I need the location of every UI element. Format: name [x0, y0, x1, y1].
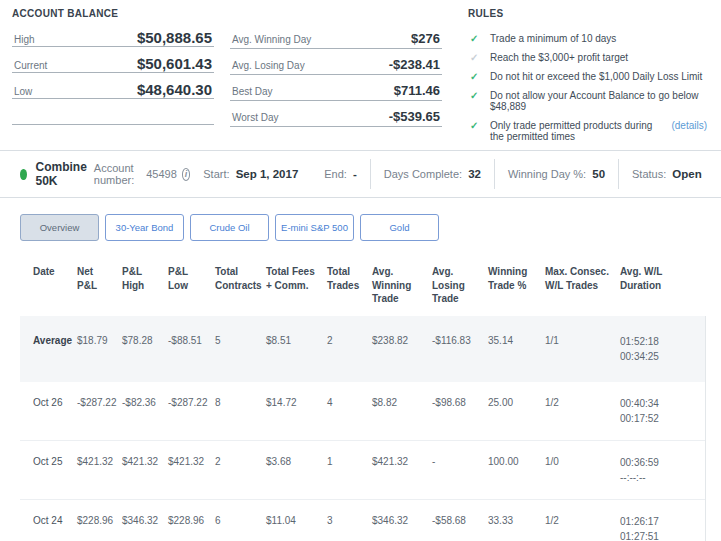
table-row: Average$18.79$78.28-$88.515$8.512$238.82…	[20, 316, 705, 382]
account-number-label: Account number:	[94, 162, 143, 186]
column-header: P&L Low	[168, 265, 215, 306]
cell-win-pct: 35.14	[488, 334, 545, 365]
account-bar: Combine 50K Account number: 45498 i Star…	[0, 151, 721, 197]
bar-stat-winning-day---: Winning Day %: 50	[495, 168, 618, 180]
cell-max-consec: 1/0	[545, 455, 620, 486]
day-stat-value: -$539.65	[389, 109, 440, 124]
column-header: Avg. Losing Trade	[432, 265, 488, 306]
details-link[interactable]: (details)	[671, 120, 707, 131]
divider	[0, 197, 721, 198]
day-stat-value: $711.46	[394, 83, 440, 98]
cell-avg-loss: -$116.83	[432, 334, 488, 365]
rule-text: Do not hit or exceed the $1,000 Daily Lo…	[490, 71, 702, 82]
cell-duration: 01:26:1701:27:51	[620, 514, 705, 541]
account-name: Combine 50K	[36, 160, 87, 188]
rule-item: ✓Do not hit or exceed the $1,000 Daily L…	[468, 71, 707, 82]
duration-win: 00:40:34	[620, 396, 697, 412]
table-row: Oct 25$421.32$421.32$421.322$3.681$421.3…	[20, 441, 705, 500]
table-header-row: DateNet P&LP&L HighP&L LowTotal Contract…	[20, 257, 706, 316]
checkmark-icon: ✓	[468, 33, 490, 44]
cell-max-consec: 1/1	[545, 334, 620, 365]
cell-avg-loss: -$58.68	[432, 514, 488, 541]
duration-loss: 01:27:51	[620, 529, 697, 541]
table-body: Average$18.79$78.28-$88.515$8.512$238.82…	[20, 316, 706, 541]
cell-avg-win: $238.82	[372, 334, 432, 365]
account-bar-stats: Start: Sep 1, 2017End: -Days Complete: 3…	[190, 151, 714, 197]
rule-text: Only trade permitted products during the…	[490, 120, 668, 142]
column-header: Total Contracts	[215, 265, 266, 306]
bar-stat-start-: Start: Sep 1, 2017	[190, 168, 311, 180]
account-balance-rows: High$50,888.65Current$50,601.43Low$48,64…	[12, 21, 214, 125]
rule-item: ✓Reach the $3,000+ profit target	[468, 52, 707, 63]
cell-fees: $14.72	[266, 396, 327, 427]
day-stat-label: Worst Day	[232, 112, 279, 123]
balance-label: Current	[14, 60, 47, 71]
account-status-dot	[20, 169, 27, 180]
cell-date: Oct 26	[33, 396, 77, 427]
cell-net-pnl: $18.79	[77, 334, 122, 365]
cell-date: Average	[33, 334, 77, 365]
column-header: Winning Trade %	[488, 265, 545, 306]
info-icon[interactable]: i	[182, 168, 191, 181]
day-stat-row: Avg. Losing Day-$238.41	[230, 49, 442, 75]
cell-net-pnl: $228.96	[77, 514, 122, 541]
cell-avg-loss: -$98.68	[432, 396, 488, 427]
bar-stat-value: Sep 1, 2017	[236, 168, 299, 180]
cell-pnl-high: $78.28	[122, 334, 168, 365]
duration-win: 01:26:17	[620, 514, 697, 530]
cell-trades: 2	[327, 334, 372, 365]
cell-avg-win: $346.32	[372, 514, 432, 541]
balance-row: Low$48,640.30	[12, 73, 214, 99]
cell-trades: 3	[327, 514, 372, 541]
column-header: Total Fees + Comm.	[266, 265, 327, 306]
cell-pnl-low: -$88.51	[168, 334, 215, 365]
cell-duration: 00:40:3400:17:52	[620, 396, 705, 427]
day-stat-label: Avg. Winning Day	[232, 34, 311, 45]
summary-section: ACCOUNT BALANCE High$50,888.65Current$50…	[0, 0, 721, 150]
checkmark-icon: ✓	[468, 90, 490, 101]
tab-30-year-bond[interactable]: 30-Year Bond	[105, 214, 184, 241]
balance-label: High	[14, 34, 35, 45]
bar-stat-status-: Status: Open	[619, 168, 715, 180]
rules-title: RULES	[468, 8, 707, 19]
rules-list: ✓Trade a minimum of 10 days✓Reach the $3…	[468, 33, 707, 142]
cell-pnl-low: $421.32	[168, 455, 215, 486]
duration-loss: 00:34:25	[620, 349, 697, 365]
cell-duration: 01:52:1800:34:25	[620, 334, 705, 365]
tab-e-mini-s-p-500[interactable]: E-mini S&P 500	[275, 214, 354, 241]
cell-date: Oct 25	[33, 455, 77, 486]
cell-fees: $8.51	[266, 334, 327, 365]
cell-trades: 1	[327, 455, 372, 486]
balance-row-empty	[12, 99, 214, 125]
tab-gold[interactable]: Gold	[360, 214, 439, 241]
day-stats-rows: Avg. Winning Day$276Avg. Losing Day-$238…	[230, 23, 442, 127]
cell-contracts: 8	[215, 396, 266, 427]
balance-row: Current$50,601.43	[12, 47, 214, 73]
checkmark-icon: ✓	[468, 120, 490, 131]
cell-contracts: 6	[215, 514, 266, 541]
day-stat-label: Best Day	[232, 86, 273, 97]
cell-fees: $11.04	[266, 514, 327, 541]
cell-contracts: 5	[215, 334, 266, 365]
rule-text: Trade a minimum of 10 days	[490, 33, 616, 44]
cell-avg-win: $421.32	[372, 455, 432, 486]
cell-max-consec: 1/2	[545, 514, 620, 541]
duration-win: 01:52:18	[620, 334, 697, 350]
bar-stat-end-: End: -	[311, 168, 370, 180]
cell-win-pct: 33.33	[488, 514, 545, 541]
day-stat-row: Avg. Winning Day$276	[230, 23, 442, 49]
cell-date: Oct 24	[33, 514, 77, 541]
column-header: Total Trades	[327, 265, 372, 306]
table-row: Oct 24$228.96$346.32$228.966$11.043$346.…	[20, 500, 705, 541]
column-header: Net P&L	[77, 265, 122, 306]
cell-pnl-low: -$287.22	[168, 396, 215, 427]
duration-loss: 00:17:52	[620, 411, 697, 427]
tab-crude-oil[interactable]: Crude Oil	[190, 214, 269, 241]
column-header: Avg. W/L Duration	[620, 265, 706, 306]
column-header: Max. Consec. W/L Trades	[545, 265, 620, 306]
tab-overview[interactable]: Overview	[20, 214, 99, 241]
balance-label: Low	[14, 86, 32, 97]
balance-value: $48,640.30	[137, 81, 212, 98]
rules-panel: RULES ✓Trade a minimum of 10 days✓Reach …	[468, 8, 707, 150]
cell-pnl-low: $228.96	[168, 514, 215, 541]
